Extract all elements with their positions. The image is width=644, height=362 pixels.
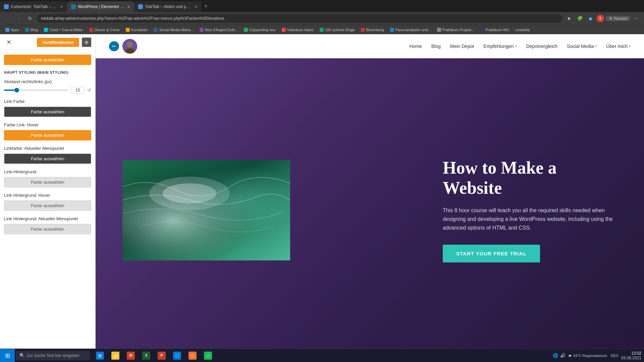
hero-text: How to Make a Website This 8 hour course…	[443, 158, 617, 262]
site-header: ✏ Home Blog	[96, 34, 644, 58]
nav-depot[interactable]: Mein Depot	[450, 44, 474, 49]
customizer-close-button[interactable]: ✕	[4, 38, 13, 47]
taskbar-app-2[interactable]: X	[139, 349, 154, 362]
profile-button[interactable]: T	[597, 15, 604, 22]
volume-icon[interactable]: 🔊	[560, 353, 566, 358]
tab-2-close[interactable]: ✕	[127, 5, 130, 9]
taskbar-weather: 🌧 24°C Regenwahrsch.	[568, 354, 608, 358]
current-menu-button[interactable]: Farbe auswählen	[4, 154, 91, 164]
bookmark-videokurs[interactable]: Videokurs Ideen	[279, 27, 316, 33]
nav-empfehlungen[interactable]: Empfehlungen ▾	[483, 44, 517, 49]
bookmark-bois-label: Bois d'Argent Duft...	[205, 28, 237, 32]
wp-edit-icon[interactable]: ✏	[109, 41, 119, 51]
app4-icon: 🌐	[173, 352, 181, 360]
taskbar-app-1[interactable]: W	[123, 349, 138, 362]
forward-button[interactable]: →	[14, 14, 23, 23]
pause-icon: ⏸	[609, 16, 612, 20]
pause-button[interactable]: ⏸ Pausiert	[605, 16, 631, 21]
bookmark-apps[interactable]: Apps	[3, 27, 22, 33]
bookmark-bois[interactable]: Bois d'Argent Duft...	[197, 27, 240, 33]
bookmark-kursideen[interactable]: Kursideen	[123, 27, 151, 33]
ueber-arrow: ▾	[629, 44, 631, 48]
kurs-favicon	[126, 28, 130, 32]
taskbar-explorer[interactable]: 📁	[108, 349, 123, 362]
taskbar-search[interactable]: 🔍 Zur Suche Text hier eingeben	[16, 351, 90, 360]
bookmark-praktikum-wu[interactable]: Praktikum WU	[478, 27, 512, 33]
publish-row: Veröffentlichen ⚙	[37, 38, 91, 47]
link-bg-hover-control: Link Hintergrund: Hover Farbe auswählen	[4, 193, 91, 211]
menu-button[interactable]: ⋯	[632, 14, 641, 23]
app5-icon: 🔶	[189, 352, 197, 360]
taskbar-app-3[interactable]: P	[154, 349, 169, 362]
tab-3[interactable]: TobiTalk – Aktien und persönlich... ✕	[134, 1, 201, 12]
taskbar-apps: ⊞ 📁 W X P 🌐 🔶 ♪	[93, 349, 215, 362]
spacing-input[interactable]: 15	[71, 87, 85, 94]
tab-1[interactable]: Customizer: TobiTalk – Aktien un... ✕	[0, 1, 67, 12]
link-farbe-button[interactable]: Farbe auswählen	[4, 107, 91, 117]
bookmark-panorama[interactable]: Panoramabahn und...	[387, 27, 434, 33]
publish-button[interactable]: Veröffentlichen	[37, 38, 79, 47]
bookmark-bloomberg-label: Bloomberg	[366, 28, 384, 32]
tab-3-close[interactable]: ✕	[194, 5, 197, 9]
taskbar-app-6[interactable]: ♪	[201, 349, 215, 362]
nav-ueber-mich[interactable]: Über mich ▾	[606, 44, 631, 49]
reset-icon[interactable]: ↺	[87, 87, 91, 93]
taskbar-app-5[interactable]: 🔶	[185, 349, 200, 362]
customizer-settings-button[interactable]: ⚙	[82, 38, 91, 47]
current-menu-label: Linkfarbe: Aktueller Menüpunkt	[4, 146, 91, 151]
bois-favicon	[200, 28, 204, 32]
link-bg-current-button[interactable]: Farbe auswählen	[4, 224, 91, 234]
bookmark-social[interactable]: Social Media Mana...	[151, 27, 196, 33]
cta-button[interactable]: START YOUR FREE TRIAL	[443, 245, 540, 262]
bookmark-100[interactable]: 100 schöne Dinge	[317, 27, 358, 33]
bookmark-praktikum1[interactable]: Praktikum Projekt...	[434, 27, 477, 33]
bookmark-icon[interactable]: ★	[565, 14, 574, 23]
nav-social-media[interactable]: Social Media ▾	[567, 44, 597, 49]
wave-overlay	[122, 160, 290, 260]
new-tab-button[interactable]: +	[201, 1, 211, 11]
nav-depotvergleich[interactable]: Depotvergleich	[526, 44, 557, 49]
bookmark-panorama-label: Panoramabahn und...	[395, 28, 431, 32]
customizer-content: Farbe auswählen HAUPT STYLING (MAIN STYL…	[0, 51, 95, 244]
link-bg-current-label: Link Hintergrund: Aktueller Menupunkt	[4, 216, 91, 221]
back-button[interactable]: ←	[3, 14, 12, 23]
bookmark-canva[interactable]: Cloid = Canva Bilder	[41, 27, 86, 33]
customizer-sidebar: ✕ Veröffentlichen ⚙ Farbe auswählen HAUP…	[0, 34, 96, 362]
start-button[interactable]: ⊞	[0, 349, 15, 362]
taskbar-task-view[interactable]: ⊞	[93, 349, 107, 362]
slider-thumb[interactable]	[14, 88, 19, 93]
video-favicon	[282, 28, 286, 32]
link-bg-current-control: Link Hintergrund: Aktueller Menupunkt Fa…	[4, 216, 91, 234]
link-bg-button[interactable]: Farbe auswählen	[4, 177, 91, 187]
address-bar[interactable]: tobitalk.at/wp-admin/customize.php?retur…	[37, 14, 562, 23]
tab-1-title: Customizer: TobiTalk – Aktien un...	[11, 4, 58, 9]
hover-button[interactable]: Farbe auswählen	[4, 130, 91, 140]
bookmark-bloomberg[interactable]: Bloomberg	[358, 27, 387, 33]
edge-icon[interactable]: ◆	[586, 14, 595, 23]
bookmark-leseliste[interactable]: Leseliste	[513, 27, 532, 33]
canva-favicon	[44, 28, 48, 32]
hero-content: How to Make a Website This 8 hour course…	[96, 138, 644, 283]
bookmark-blog[interactable]: Blog	[22, 27, 41, 33]
hero-section: How to Make a Website This 8 hour course…	[96, 58, 644, 362]
slider-track[interactable]	[4, 89, 68, 91]
nav-home[interactable]: Home	[409, 44, 422, 49]
link-bg-label: Link-Hintergrund	[4, 169, 91, 174]
taskbar-app-4[interactable]: 🌐	[170, 349, 184, 362]
network-icon[interactable]: 🌐	[553, 353, 558, 358]
bookmark-copywriting[interactable]: Copywriting neu	[241, 27, 278, 33]
tab-1-close[interactable]: ✕	[60, 5, 63, 9]
extensions-icon[interactable]: 🧩	[575, 14, 585, 23]
bookmark-dinner[interactable]: Dinner & Crime	[87, 27, 122, 33]
nav-blog[interactable]: Blog	[431, 44, 441, 49]
wu-favicon	[480, 28, 484, 32]
main-color-button[interactable]: Farbe auswählen	[4, 55, 91, 65]
tab-2[interactable]: WordPress | Elementor | Testseite ✕	[67, 1, 134, 12]
reload-button[interactable]: ↻	[25, 14, 35, 23]
apps-favicon	[5, 28, 9, 32]
spacing-control: Abstand rechts/links (px) 15 ↺	[4, 79, 91, 94]
taskbar-search-text: Zur Suche Text hier eingeben	[27, 353, 79, 358]
hover-label: Farbe Link: Hover	[4, 122, 91, 127]
empfehlungen-arrow: ▾	[515, 44, 517, 48]
link-bg-hover-button[interactable]: Farbe auswählen	[4, 200, 91, 211]
